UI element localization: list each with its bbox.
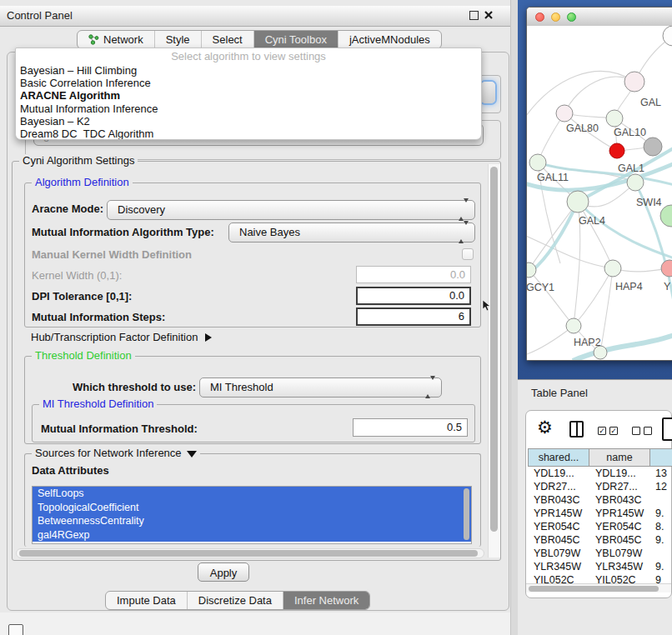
unchecked-box-icon[interactable]	[632, 427, 640, 435]
mi-steps-field[interactable]: 6	[356, 308, 471, 326]
tab-network[interactable]: Network	[78, 31, 154, 48]
node-table[interactable]: YDL19...YDL19...13YDR27...YDR27...12YBR0…	[528, 467, 672, 583]
tab-impute-data[interactable]: Impute Data	[106, 592, 187, 609]
node-swi4[interactable]	[627, 174, 644, 191]
manual-kernel-checkbox[interactable]	[462, 248, 474, 260]
network-canvas[interactable]: GALGAL80GAL10GAL1GAL11SWI4GAL4GCY1HAP4YH…	[527, 26, 672, 361]
data-attributes-list[interactable]: SelfLoopsTopologicalCoefficientBetweenne…	[32, 486, 472, 544]
node-pink-top[interactable]	[624, 72, 644, 92]
table-cell: 9.	[650, 533, 672, 547]
algorithm-option-basic-correlation-inference[interactable]: Basic Correlation Inference	[16, 77, 481, 89]
node-green-right[interactable]	[660, 205, 672, 227]
mi-threshold-group-title: MI Threshold Definition	[39, 398, 157, 410]
collapsed-panel-icon[interactable]	[8, 624, 23, 635]
attribute-item-gal4rgexp[interactable]: gal4RGexp	[33, 528, 471, 542]
network-edge	[578, 202, 613, 268]
table-cell: YBR045C	[589, 533, 650, 547]
table-row[interactable]: YER054CYER054C8.	[528, 520, 672, 533]
checked-box-icon[interactable]: ✓	[598, 427, 606, 435]
table-row[interactable]: YLR345WYLR345W9.	[528, 560, 672, 573]
node-gal10[interactable]	[606, 110, 623, 127]
aracne-mode-combo[interactable]: Discovery	[107, 200, 475, 220]
node-gal11[interactable]	[529, 154, 546, 171]
checked-box-icon[interactable]: ✓	[609, 427, 618, 435]
algorithm-option-dream8-dc-tdc-algorithm[interactable]: Dream8 DC_TDC Algorithm	[16, 128, 481, 140]
node-gray[interactable]	[644, 138, 662, 156]
table-panel-title: Table Panel	[531, 382, 588, 404]
zoom-traffic-icon[interactable]	[567, 12, 576, 22]
network-window-titlebar[interactable]	[527, 8, 672, 27]
column-header-name[interactable]: name	[589, 448, 650, 467]
close-icon[interactable]	[484, 10, 494, 20]
focused-combo-fragment[interactable]	[481, 82, 495, 103]
threshold-definition-group: Threshold Definition Which threshold to …	[24, 356, 481, 444]
algorithm-definition-title: Algorithm Definition	[32, 176, 133, 188]
node-gcy1[interactable]	[527, 262, 536, 278]
unchecked-box-icon[interactable]	[644, 427, 652, 435]
tab-discretize-data[interactable]: Discretize Data	[187, 592, 283, 609]
table-row[interactable]: YBR045CYBR045C9.	[528, 533, 672, 547]
settings-vscrollbar[interactable]	[488, 164, 500, 558]
close-traffic-icon[interactable]	[535, 12, 544, 22]
network-node-label-gal10: GAL10	[614, 127, 646, 138]
table-row[interactable]: YIL052CYIL052C9	[528, 573, 672, 583]
table-row[interactable]: YPR145WYPR145W9.	[528, 507, 672, 520]
algorithm-option-aracne-algorithm[interactable]: ARACNE Algorithm	[16, 89, 481, 102]
table-hscrollbar-thumb[interactable]	[529, 586, 659, 592]
panel-divider[interactable]	[510, 0, 518, 635]
dpi-tolerance-field[interactable]: 0.0	[356, 287, 471, 305]
table-cell: YBR043C	[589, 493, 650, 507]
node-gal80[interactable]	[556, 105, 573, 122]
list-scrollbar-thumb[interactable]	[464, 488, 469, 540]
tab-style[interactable]: Style	[154, 31, 201, 48]
node-salmon[interactable]	[661, 260, 672, 277]
algorithm-option-mutual-information-inference[interactable]: Mutual Information Inference	[16, 102, 481, 115]
table-row[interactable]: YBR043CYBR043C	[528, 493, 672, 507]
node-hap2[interactable]	[566, 318, 581, 333]
tab-jactivemnodules[interactable]: jActiveMNodules	[338, 31, 441, 48]
float-window-button[interactable]	[469, 11, 479, 20]
column-header-3[interactable]	[649, 448, 672, 467]
minimize-traffic-icon[interactable]	[551, 12, 560, 22]
algorithm-dropdown-popup: Select algorithm to view settings Bayesi…	[15, 48, 482, 140]
control-panel-tabs: NetworkStyleSelectCyni ToolboxjActiveMNo…	[77, 30, 442, 49]
hub-definition-label: Hub/Transcription Factor Definition	[31, 331, 198, 343]
hub-definition-expander[interactable]: Hub/Transcription Factor Definition	[31, 331, 212, 343]
attribute-item-topologicalcoefficient[interactable]: TopologicalCoefficient	[33, 501, 471, 515]
network-icon	[88, 34, 99, 45]
table-hscrollbar[interactable]	[526, 583, 671, 592]
mi-threshold-label: Mutual Information Threshold:	[41, 422, 198, 435]
which-threshold-combo[interactable]: MI Threshold	[199, 378, 442, 398]
table-row[interactable]: YBL079WYBL079W	[528, 547, 672, 560]
settings-vscrollbar-thumb[interactable]	[490, 167, 498, 532]
mi-type-combo[interactable]: Naive Bayes	[228, 222, 475, 242]
sources-title[interactable]: Sources for Network Inference	[32, 447, 200, 459]
settings-hscrollbar[interactable]	[16, 548, 484, 558]
gear-icon[interactable]: ⚙	[537, 417, 553, 438]
mi-threshold-field[interactable]: 0.5	[353, 418, 468, 437]
attribute-item-selfloops[interactable]: SelfLoops	[33, 487, 471, 501]
algorithm-option-bayesian-hill-climbing[interactable]: Bayesian – Hill Climbing	[16, 64, 481, 77]
dpi-tolerance-label: DPI Tolerance [0,1]:	[32, 290, 132, 302]
algorithm-option-bayesian-k2[interactable]: Bayesian – K2	[16, 115, 481, 128]
network-node-label-swi4: SWI4	[636, 197, 662, 208]
node-hap4[interactable]	[604, 260, 621, 277]
tab-infer-network[interactable]: Infer Network	[283, 592, 369, 609]
network-view-window[interactable]: GALGAL80GAL10GAL1GAL11SWI4GAL4GCY1HAP4YH…	[526, 7, 672, 361]
table-row[interactable]: YDL19...YDL19...13	[528, 467, 672, 480]
tab-cyni-toolbox[interactable]: Cyni Toolbox	[253, 31, 338, 48]
settings-hscrollbar-thumb[interactable]	[19, 550, 478, 557]
node-gal4[interactable]	[567, 191, 589, 212]
page-icon[interactable]	[662, 418, 672, 441]
combo-arrows-icon	[459, 202, 469, 218]
table-cell: YDL19...	[528, 467, 589, 480]
attribute-item-betweennesscentrality[interactable]: BetweennessCentrality	[33, 514, 471, 528]
kernel-width-field[interactable]: 0.0	[356, 266, 471, 283]
columns-icon[interactable]	[569, 421, 584, 438]
node-red[interactable]	[609, 143, 624, 158]
apply-button[interactable]: Apply	[198, 562, 249, 582]
column-header-shared[interactable]: shared...	[528, 448, 589, 467]
expand-right-icon	[205, 333, 212, 342]
tab-select[interactable]: Select	[201, 31, 253, 48]
table-row[interactable]: YDR27...YDR27...12	[528, 480, 672, 493]
